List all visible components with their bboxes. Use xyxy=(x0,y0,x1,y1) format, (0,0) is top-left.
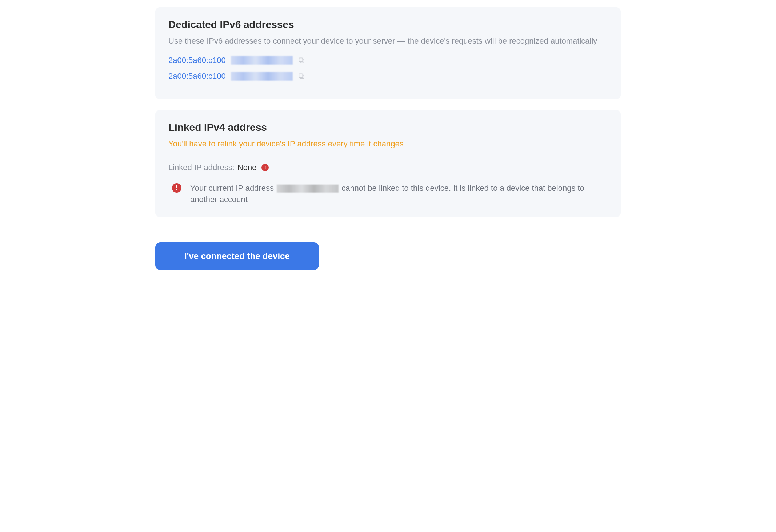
ipv4-card: Linked IPv4 address You'll have to relin… xyxy=(155,110,621,217)
current-ip-redacted xyxy=(277,185,339,193)
copy-icon[interactable] xyxy=(298,73,305,80)
ipv6-address-row: 2a00:5a60:c100 xyxy=(168,72,608,81)
ipv6-address-row: 2a00:5a60:c100 xyxy=(168,56,608,65)
connected-device-button[interactable]: I've connected the device xyxy=(155,242,319,270)
linked-ip-value: None xyxy=(237,163,257,172)
ipv6-address-prefix: 2a00:5a60:c100 xyxy=(168,72,226,81)
ipv6-address-prefix: 2a00:5a60:c100 xyxy=(168,56,226,65)
ipv6-card-subtitle: Use these IPv6 addresses to connect your… xyxy=(168,36,608,47)
ipv6-card: Dedicated IPv6 addresses Use these IPv6 … xyxy=(155,7,621,99)
warning-row: ! Your current IP address cannot be link… xyxy=(168,182,608,206)
linked-ip-row: Linked IP address: None ! xyxy=(168,163,608,172)
ipv6-card-title: Dedicated IPv6 addresses xyxy=(168,19,608,31)
ipv6-address-redacted xyxy=(231,56,293,65)
alert-icon: ! xyxy=(261,164,269,171)
ipv6-address-redacted xyxy=(231,72,293,81)
copy-icon[interactable] xyxy=(298,57,305,64)
alert-icon: ! xyxy=(172,183,181,193)
ipv4-card-title: Linked IPv4 address xyxy=(168,122,608,133)
warning-text: Your current IP address cannot be linked… xyxy=(190,182,608,206)
ipv4-card-subtitle: You'll have to relink your device's IP a… xyxy=(168,138,608,150)
svg-rect-1 xyxy=(299,58,303,61)
linked-ip-label: Linked IP address: xyxy=(168,163,235,172)
warning-text-prefix: Your current IP address xyxy=(190,184,276,193)
svg-rect-3 xyxy=(299,74,303,77)
